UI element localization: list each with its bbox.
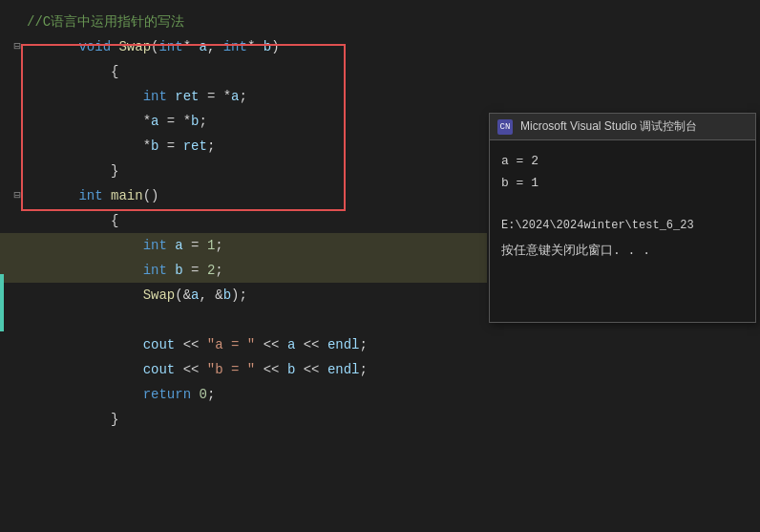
- collapse-icon-1[interactable]: ⊟: [13, 34, 20, 59]
- code-line-11: Swap(&a, &b);: [0, 283, 487, 308]
- console-titlebar: CN Microsoft Visual Studio 调试控制台: [490, 114, 755, 140]
- code-content-16: }: [27, 382, 487, 457]
- console-window: CN Microsoft Visual Studio 调试控制台 a = 2 b…: [489, 113, 756, 323]
- console-app-icon: CN: [497, 119, 513, 135]
- fn-call-swap: Swap: [143, 287, 176, 303]
- code-editor: //C语言中运用指针的写法 ⊟ void Swap(int* a, int* b…: [0, 0, 487, 532]
- console-path: E:\2024\2024winter\test_6_23: [501, 217, 744, 235]
- console-title: Microsoft Visual Studio 调试控制台: [520, 118, 748, 135]
- gutter-1[interactable]: ⊟: [8, 34, 27, 59]
- console-output-3: [501, 196, 744, 216]
- code-line-16: }: [0, 407, 487, 432]
- gutter-7[interactable]: ⊟: [8, 183, 27, 208]
- console-output-1: a = 2: [501, 152, 744, 172]
- console-output-2: b = 1: [501, 174, 744, 194]
- console-prompt: 按任意键关闭此窗口. . .: [501, 242, 744, 262]
- collapse-icon-7[interactable]: ⊟: [13, 183, 20, 208]
- console-body: a = 2 b = 1 E:\2024\2024winter\test_6_23…: [490, 140, 755, 270]
- debug-indicator: [0, 274, 4, 331]
